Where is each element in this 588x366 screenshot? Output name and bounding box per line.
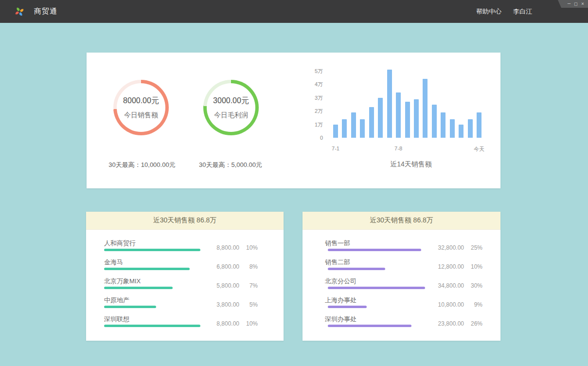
rank-item-name: 销售二部	[325, 258, 350, 267]
user-menu[interactable]: 李白江	[513, 7, 532, 16]
rank-bar	[328, 325, 411, 327]
bar	[378, 98, 383, 138]
bar-chart-title: 近14天销售额	[390, 160, 432, 169]
rank-bar	[328, 268, 385, 270]
rank-bar	[328, 287, 425, 289]
rank-amount: 12,800.00	[425, 263, 464, 270]
today-sales-value: 8000.00元	[123, 96, 159, 106]
rank-row: 中原地产3,800.005%	[104, 294, 284, 313]
y-axis-tick: 0	[320, 134, 323, 141]
y-axis-tick: 1万	[315, 121, 323, 128]
bar	[405, 102, 410, 138]
rank-percent: 26%	[464, 320, 482, 327]
rank-bar	[104, 268, 190, 270]
rank-values: 23,800.0026%	[425, 320, 482, 327]
customer-rank-card: 近30天销售额 86.8万 人和商贸行8,800.0010%金海马6,800.0…	[86, 212, 284, 341]
maximize-icon[interactable]: □	[574, 0, 577, 8]
rank-values: 32,800.0025%	[425, 244, 482, 251]
y-axis-tick: 5万	[315, 68, 323, 74]
rank-bar-track	[104, 287, 200, 289]
rank-bar-track	[104, 306, 200, 308]
app-title: 商贸通	[34, 7, 57, 16]
bar	[360, 119, 365, 138]
bar	[432, 105, 437, 138]
rank-item-name: 上海办事处	[325, 296, 356, 305]
rank-percent: 10%	[239, 244, 258, 251]
rank-values: 8,800.0010%	[200, 244, 258, 251]
rank-percent: 5%	[239, 301, 258, 308]
department-rank-title: 近30天销售额 86.8万	[303, 212, 500, 230]
rank-item-name: 深圳办事处	[325, 315, 356, 324]
rank-item-name: 深圳联想	[104, 315, 129, 324]
rank-row: 深圳办事处23,800.0026%	[325, 313, 500, 332]
minimize-icon[interactable]: ─	[568, 0, 570, 8]
bar-chart-bars	[333, 65, 481, 138]
x-axis-tick: 今天	[474, 146, 484, 153]
rank-bar	[104, 287, 173, 289]
customer-rank-title: 近30天销售额 86.8万	[86, 212, 284, 230]
help-center-link[interactable]: 帮助中心	[476, 7, 501, 16]
x-axis-tick: 7-1	[332, 146, 339, 151]
rank-bar-track	[328, 306, 425, 308]
rank-row: 销售二部12,800.0010%	[325, 256, 500, 275]
rank-item-name: 金海马	[104, 258, 123, 267]
right-rank-rows: 销售一部32,800.0025%销售二部12,800.0010%北京分公司34,…	[303, 230, 500, 332]
bar	[477, 112, 481, 138]
today-sales-label: 今日销售额	[124, 111, 158, 120]
bar-chart-x-axis: 7-17-8今天	[310, 146, 485, 152]
rank-bar-track	[328, 287, 425, 289]
rank-item-name: 北京分公司	[325, 277, 356, 286]
rank-bar	[104, 325, 200, 327]
rank-bar-track	[104, 249, 200, 251]
rank-bar	[328, 306, 367, 308]
rank-bar-track	[104, 268, 200, 270]
rank-percent: 9%	[464, 301, 482, 308]
rank-amount: 23,800.00	[425, 320, 464, 327]
x-axis-tick: 7-8	[394, 146, 402, 151]
today-profit-label: 今日毛利润	[214, 111, 248, 120]
rank-percent: 10%	[239, 320, 258, 327]
rank-row: 北京万象MIX5,800.007%	[104, 275, 284, 294]
bar	[342, 119, 347, 138]
rank-bar-track	[328, 249, 425, 251]
rank-amount: 10,800.00	[425, 301, 464, 308]
rank-amount: 34,800.00	[425, 282, 464, 289]
rank-percent: 25%	[464, 244, 482, 251]
rank-amount: 6,800.00	[200, 263, 239, 270]
rank-item-name: 中原地产	[104, 296, 129, 305]
today-profit-value: 3000.00元	[213, 96, 249, 106]
rank-values: 8,800.0010%	[200, 320, 258, 327]
rank-values: 12,800.0010%	[425, 263, 482, 270]
rank-bar	[104, 306, 156, 308]
rank-bar	[328, 249, 421, 251]
rank-item-name: 销售一部	[325, 239, 350, 248]
rank-bar	[104, 249, 200, 251]
rank-item-name: 人和商贸行	[104, 239, 136, 248]
rank-values: 5,800.007%	[200, 282, 258, 289]
rank-row: 金海马6,800.008%	[104, 256, 284, 275]
rank-amount: 3,800.00	[200, 301, 239, 308]
department-rank-card: 近30天销售额 86.8万 销售一部32,800.0025%销售二部12,800…	[303, 212, 500, 341]
y-axis-tick: 3万	[315, 94, 323, 101]
today-sales-donut: 8000.00元 今日销售额	[113, 80, 169, 135]
sales-14d-bar-chart: 5万4万3万2万1万0 7-17-8今天 近14天销售额	[310, 65, 485, 182]
rank-bar-track	[104, 325, 200, 327]
rank-bar-track	[328, 325, 425, 327]
rank-amount: 32,800.00	[425, 244, 464, 251]
bar	[450, 119, 455, 138]
rank-percent: 30%	[464, 282, 482, 289]
bar	[423, 79, 428, 138]
rank-values: 34,800.0030%	[425, 282, 482, 289]
bar	[441, 112, 445, 138]
rank-row: 深圳联想8,800.0010%	[104, 313, 284, 332]
close-icon[interactable]: ×	[581, 0, 584, 8]
bar	[459, 125, 463, 138]
bar	[351, 112, 356, 138]
bar	[414, 99, 419, 138]
rank-row: 销售一部32,800.0025%	[325, 238, 500, 256]
rank-percent: 7%	[239, 282, 258, 289]
rank-bar-track	[328, 268, 425, 270]
today-sales-30d-max: 30天最高：10,000.00元	[108, 161, 175, 169]
rank-values: 3,800.005%	[200, 301, 258, 308]
rank-values: 10,800.009%	[425, 301, 482, 308]
